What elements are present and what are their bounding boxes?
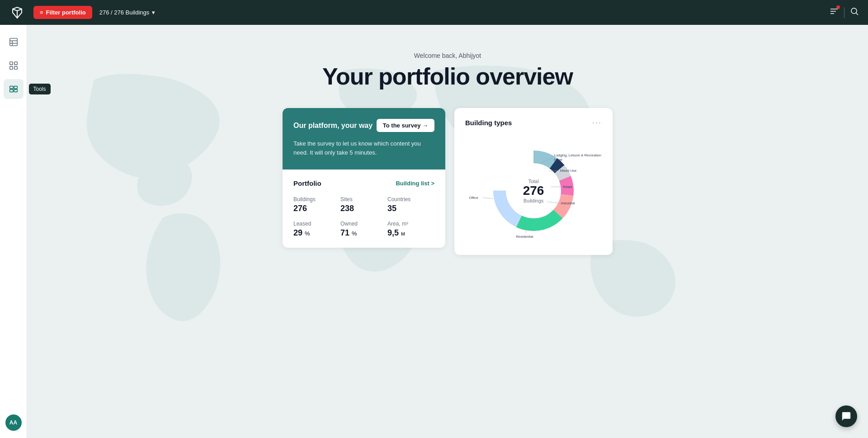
portfolio-header: Portfolio Building list >	[293, 179, 434, 187]
survey-banner-top: Our platform, your way To the survey →	[293, 119, 434, 132]
stat-sites: Sites 238	[340, 196, 387, 213]
survey-banner-description: Take the survey to let us know which con…	[293, 139, 434, 157]
svg-line-5	[856, 13, 859, 15]
donut-center-text: Total 276 Buildings	[523, 179, 544, 203]
donut-total-sub: Buildings	[523, 198, 544, 203]
cards-row: Our platform, your way To the survey → T…	[283, 108, 613, 255]
sidebar-item-dashboard[interactable]	[4, 56, 24, 75]
stat-leased: Leased 29 %	[293, 221, 340, 238]
survey-button-label: To the survey →	[383, 122, 428, 129]
sidebar-bottom: AA	[5, 414, 22, 431]
filter-icon: ≡	[40, 9, 43, 16]
building-list-link[interactable]: Building list >	[396, 180, 434, 187]
main-layout: Tools AA	[0, 25, 868, 438]
user-avatar[interactable]: AA	[5, 414, 22, 431]
left-card: Our platform, your way To the survey → T…	[283, 108, 445, 248]
welcome-text: Welcome back, Abhijyot	[414, 52, 481, 59]
sidebar: Tools AA	[0, 25, 27, 438]
portfolio-title: Your portfolio overview	[322, 63, 573, 90]
survey-banner: Our platform, your way To the survey → T…	[283, 108, 445, 170]
notification-badge	[836, 5, 840, 9]
sidebar-item-table[interactable]	[4, 32, 24, 52]
svg-rect-14	[9, 86, 13, 89]
portfolio-label: Portfolio	[293, 179, 321, 187]
stat-countries: Countries 35	[387, 196, 434, 213]
tools-tooltip: Tools	[29, 84, 51, 94]
content-area: Welcome back, Abhijyot Your portfolio ov…	[27, 25, 868, 438]
building-types-header: Building types ···	[465, 118, 602, 127]
survey-button[interactable]: To the survey →	[377, 119, 434, 132]
stat-buildings: Buildings 276	[293, 196, 340, 213]
stat-area: Area, m² 9,5 м	[387, 221, 434, 238]
donut-total-number: 276	[523, 184, 544, 198]
svg-rect-10	[9, 62, 12, 65]
svg-text:Office: Office	[469, 196, 478, 200]
buildings-selector-text: 276 / 276 Buildings	[99, 9, 150, 16]
building-types-title: Building types	[465, 119, 512, 127]
card-menu-icon[interactable]: ···	[592, 118, 602, 127]
page-content: Welcome back, Abhijyot Your portfolio ov…	[27, 25, 868, 255]
buildings-selector[interactable]: 276 / 276 Buildings ▾	[99, 9, 156, 16]
search-button[interactable]	[850, 7, 859, 18]
topnav-divider	[844, 7, 844, 18]
portfolio-stats-grid: Buildings 276 Sites 238 Countries	[293, 196, 434, 238]
svg-rect-6	[9, 38, 17, 46]
chat-button[interactable]	[835, 405, 857, 427]
svg-rect-16	[9, 89, 13, 92]
svg-rect-12	[9, 66, 12, 69]
filter-button-label: Filter portfolio	[46, 9, 86, 16]
svg-rect-15	[14, 86, 17, 89]
svg-rect-11	[14, 62, 17, 65]
svg-point-4	[851, 8, 857, 14]
portfolio-card-body: Portfolio Building list > Buildings 276	[283, 170, 445, 248]
stat-owned: Owned 71 %	[340, 221, 387, 238]
app-logo	[9, 5, 25, 21]
building-types-card: Building types ···	[454, 108, 613, 255]
sidebar-item-tools[interactable]: Tools	[4, 79, 24, 99]
filter-portfolio-button[interactable]: ≡ Filter portfolio	[33, 6, 92, 19]
survey-banner-title: Our platform, your way	[293, 122, 373, 130]
top-navigation: ≡ Filter portfolio 276 / 276 Buildings ▾	[0, 0, 868, 25]
svg-rect-17	[14, 89, 17, 92]
svg-rect-13	[14, 66, 17, 69]
topnav-right-area	[830, 7, 859, 18]
donut-chart-container: Total 276 Buildings Lodging, Leisure & R…	[465, 137, 602, 245]
chevron-down-icon: ▾	[152, 9, 155, 16]
search-icon	[850, 7, 859, 18]
notifications-button[interactable]	[830, 7, 839, 18]
